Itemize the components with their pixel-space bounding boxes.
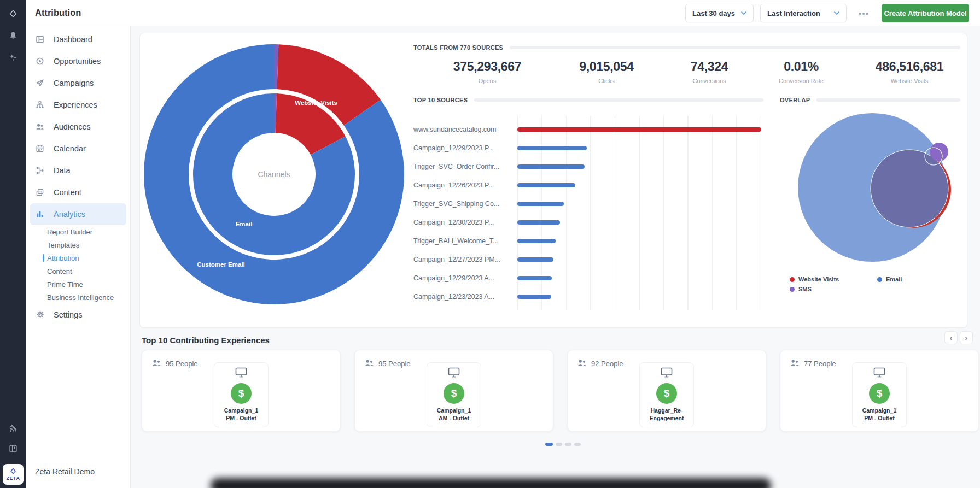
source-bar[interactable] bbox=[517, 146, 587, 150]
carousel-prev-button[interactable]: ‹ bbox=[944, 331, 958, 344]
source-bar[interactable] bbox=[517, 220, 560, 225]
zeta-logo[interactable]: ZETA bbox=[3, 464, 24, 485]
experience-card[interactable]: 92 People$Haggar_Re-Engagement bbox=[567, 350, 766, 432]
source-bar[interactable] bbox=[517, 202, 564, 206]
ai-sparkles-icon[interactable] bbox=[0, 48, 26, 67]
sidebar-item-audiences[interactable]: Audiences bbox=[26, 116, 130, 138]
sidebar-item-settings[interactable]: Settings bbox=[26, 304, 130, 326]
legend-dot bbox=[790, 287, 795, 292]
sidebar-subitem-templates[interactable]: Templates bbox=[26, 238, 130, 251]
notifications-bell-icon[interactable] bbox=[0, 26, 26, 45]
experience-card[interactable]: 77 People$Campaign_1PM - Outlet bbox=[780, 350, 979, 432]
sidebar-item-experiences[interactable]: Experiences bbox=[26, 94, 130, 116]
source-bar[interactable] bbox=[517, 183, 575, 187]
source-bar-track bbox=[517, 220, 761, 225]
dollar-icon: $ bbox=[656, 383, 677, 404]
topbar: Attribution Last 30 days Last Interactio… bbox=[26, 0, 980, 26]
overlap-header-rule bbox=[816, 98, 960, 102]
experience-card[interactable]: 95 People$Campaign_1AM - Outlet bbox=[354, 350, 553, 432]
campaign-node[interactable]: $Campaign_1AM - Outlet bbox=[427, 362, 481, 427]
source-bar-track bbox=[517, 295, 761, 299]
source-label[interactable]: Campaign_12/27/2023 PM... bbox=[413, 256, 506, 263]
source-label[interactable]: Campaign_12/26/2023 P... bbox=[413, 181, 506, 189]
knowledge-book-icon[interactable] bbox=[0, 439, 26, 458]
sidebar-item-label: Campaigns bbox=[54, 79, 94, 87]
pagination-dot[interactable] bbox=[556, 443, 562, 446]
sparkles-glyph bbox=[8, 52, 18, 62]
sidebar-subitem-prime-time[interactable]: Prime Time bbox=[26, 278, 130, 291]
date-range-value: Last 30 days bbox=[692, 9, 735, 17]
source-bar-track bbox=[517, 127, 761, 132]
sidebar-item-campaigns[interactable]: Campaigns bbox=[26, 72, 130, 94]
sidebar-subitem-attribution[interactable]: Attribution bbox=[26, 251, 130, 264]
signal-icon[interactable] bbox=[0, 419, 26, 437]
source-bar[interactable] bbox=[517, 295, 551, 299]
sidebar-item-content[interactable]: Content bbox=[26, 181, 130, 203]
campaign-node[interactable]: $Campaign_1PM - Outlet bbox=[852, 362, 907, 427]
sidebar-item-data[interactable]: Data bbox=[26, 160, 130, 181]
donut-center-label: Channels bbox=[258, 170, 290, 179]
source-label[interactable]: www.sundancecatalog.com bbox=[413, 126, 506, 133]
card-people-count: 95 People bbox=[365, 359, 411, 368]
source-bar[interactable] bbox=[517, 276, 552, 280]
source-bar[interactable] bbox=[517, 127, 761, 132]
source-label[interactable]: Campaign_12/30/2023 P... bbox=[413, 219, 506, 226]
venn-sms-circle[interactable] bbox=[930, 143, 948, 161]
source-label[interactable]: Trigger_BALI_Welcome_T... bbox=[413, 237, 506, 245]
source-bar-track bbox=[517, 239, 761, 243]
sidebar-item-opportunities[interactable]: Opportunities bbox=[26, 50, 130, 72]
sidebar-item-analytics[interactable]: Analytics bbox=[30, 203, 126, 225]
totals-header-rule bbox=[510, 46, 960, 49]
sidebar-item-calendar[interactable]: Calendar bbox=[26, 138, 130, 160]
campaign-name: Campaign_1PM - Outlet bbox=[862, 407, 896, 422]
content-icon bbox=[35, 188, 44, 197]
more-options-button[interactable]: ••• bbox=[852, 4, 876, 22]
zeta-diamond-icon[interactable] bbox=[0, 4, 26, 23]
source-bar[interactable] bbox=[517, 239, 556, 243]
source-label[interactable]: Campaign_12/23/2023 A... bbox=[413, 293, 506, 301]
source-bar[interactable] bbox=[517, 257, 553, 262]
experience-card[interactable]: 95 People$Campaign_1PM - Outlet bbox=[142, 350, 341, 432]
carousel-pagination bbox=[545, 443, 581, 446]
carousel-next-button[interactable]: › bbox=[960, 331, 973, 344]
campaign-name: Campaign_1PM - Outlet bbox=[224, 407, 258, 422]
pagination-dot[interactable] bbox=[565, 443, 571, 446]
book-glyph bbox=[8, 444, 18, 454]
source-label[interactable]: Trigger_SVC_Shipping Co... bbox=[413, 200, 506, 208]
sidebar-item-label: Experiences bbox=[54, 101, 97, 109]
campaign-node[interactable]: $Campaign_1PM - Outlet bbox=[214, 362, 269, 427]
create-attribution-model-button[interactable]: Create Attribution Model bbox=[882, 4, 969, 22]
dollar-icon: $ bbox=[444, 383, 464, 404]
sidebar-subitem-report-builder[interactable]: Report Builder bbox=[26, 225, 130, 238]
pagination-dot[interactable] bbox=[545, 443, 553, 446]
source-row: Trigger_SVC_Order Confir... bbox=[413, 157, 763, 176]
attribution-model-select[interactable]: Last Interaction bbox=[760, 4, 847, 22]
top-sources-header: TOP 10 SOURCES bbox=[413, 97, 468, 103]
sidebar-item-dashboard[interactable]: Dashboard bbox=[26, 28, 130, 50]
venn-website-visits-overlap[interactable] bbox=[871, 150, 948, 227]
pagination-dot[interactable] bbox=[574, 443, 581, 446]
opportunities-icon bbox=[35, 57, 44, 66]
stat-website-visits: 486,516,681Website Visits bbox=[876, 60, 944, 84]
totals-section: TOTALS FROM 770 SOURCES 375,293,667Opens… bbox=[413, 44, 960, 100]
dollar-icon: $ bbox=[231, 383, 252, 404]
campaign-node[interactable]: $Haggar_Re-Engagement bbox=[639, 362, 694, 427]
chevron-down-icon bbox=[834, 11, 839, 15]
source-label[interactable]: Campaign_12/29/2023 P... bbox=[413, 144, 506, 152]
source-bar[interactable] bbox=[517, 164, 585, 169]
settings-icon bbox=[35, 310, 44, 320]
source-label[interactable]: Trigger_SVC_Order Confir... bbox=[413, 163, 506, 170]
sidebar-item-label: Audiences bbox=[54, 122, 91, 131]
source-label[interactable]: Campaign_12/29/2023 A... bbox=[413, 274, 506, 282]
source-row: Trigger_SVC_Shipping Co... bbox=[413, 195, 763, 213]
chevron-down-icon bbox=[741, 11, 746, 15]
date-range-select[interactable]: Last 30 days bbox=[685, 4, 754, 22]
dashboard-icon bbox=[35, 35, 44, 44]
sidebar-subitem-content[interactable]: Content bbox=[26, 264, 130, 278]
sidebar-subitem-business-intelligence[interactable]: Business Intelligence bbox=[26, 291, 130, 304]
source-bar-track bbox=[517, 164, 761, 169]
people-icon bbox=[790, 359, 800, 368]
source-row: Campaign_12/23/2023 A... bbox=[413, 287, 763, 306]
donut-label-email: Email bbox=[236, 221, 253, 227]
source-row: Campaign_12/29/2023 A... bbox=[413, 269, 763, 287]
